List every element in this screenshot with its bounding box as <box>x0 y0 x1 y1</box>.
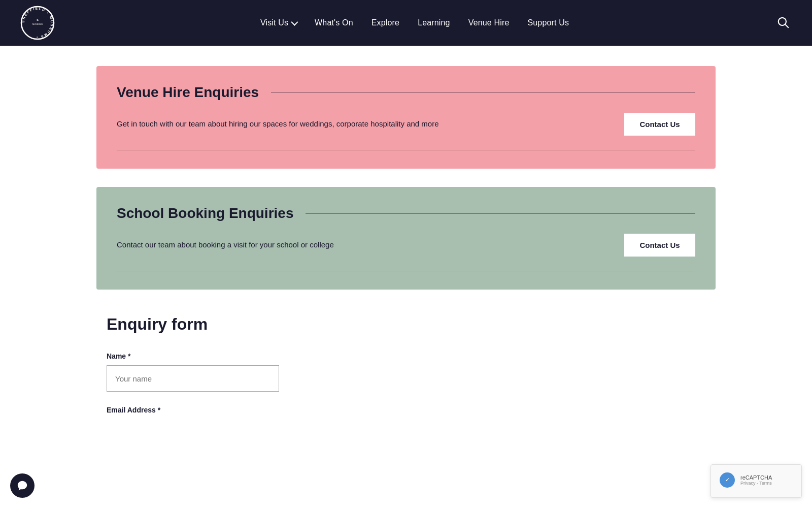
venue-hire-bottom-divider <box>117 150 695 150</box>
school-booking-title-divider <box>306 213 695 214</box>
school-booking-card: School Booking Enquiries Contact our tea… <box>96 187 716 290</box>
nav-visit-us[interactable]: Visit Us <box>260 18 296 27</box>
nav-support-us[interactable]: Support Us <box>527 18 569 27</box>
main-nav: Visit Us What's On Explore Learning Venu… <box>260 18 569 27</box>
venue-hire-description: Get in touch with our team about hiring … <box>117 118 439 130</box>
search-icon <box>776 16 790 29</box>
svg-text:MUSEUMS: MUSEUMS <box>32 23 43 25</box>
nav-whats-on[interactable]: What's On <box>315 18 353 27</box>
name-label: Name * <box>107 352 716 360</box>
enquiry-form-section: Enquiry form Name * Email Address * <box>96 315 716 414</box>
venue-hire-title: Venue Hire Enquiries <box>117 84 259 101</box>
svg-line-5 <box>785 24 789 28</box>
search-button[interactable] <box>774 14 792 33</box>
nav-learning[interactable]: Learning <box>418 18 450 27</box>
school-booking-bottom-divider <box>117 271 695 271</box>
school-booking-title: School Booking Enquiries <box>117 205 293 221</box>
name-input[interactable] <box>107 365 279 392</box>
email-field-group: Email Address * <box>107 406 716 414</box>
nav-venue-hire[interactable]: Venue Hire <box>468 18 510 27</box>
school-booking-description: Contact our team about booking a visit f… <box>117 239 334 251</box>
site-logo[interactable]: SHEFFIELD • MUSEUMS • S MUSEUMS <box>20 6 55 40</box>
svg-point-4 <box>779 17 786 25</box>
venue-hire-card: Venue Hire Enquiries Get in touch with o… <box>96 66 716 169</box>
venue-hire-title-divider <box>271 92 695 93</box>
enquiry-form-title: Enquiry form <box>107 315 716 334</box>
email-label: Email Address * <box>107 406 716 414</box>
venue-hire-contact-us-button[interactable]: Contact Us <box>624 113 695 136</box>
name-field-group: Name * <box>107 352 716 392</box>
svg-text:S: S <box>37 18 39 21</box>
nav-explore[interactable]: Explore <box>371 18 399 27</box>
chevron-down-icon <box>291 19 298 26</box>
school-booking-contact-us-button[interactable]: Contact Us <box>624 234 695 257</box>
